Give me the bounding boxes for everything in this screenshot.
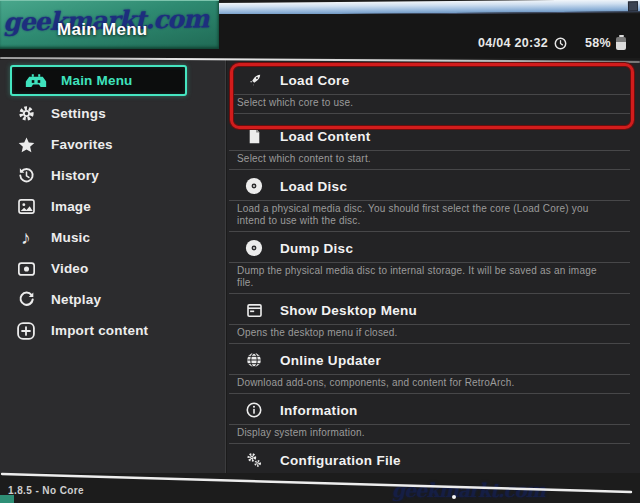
sidebar-item-netplay[interactable]: Netplay xyxy=(0,284,225,315)
image-icon xyxy=(14,199,38,214)
gear-icon xyxy=(14,105,38,122)
footer-bar: 1.8.5 - No Core geekmarkt.com xyxy=(0,473,640,503)
entry-sublabel: Display system information. xyxy=(229,424,630,444)
netplay-icon xyxy=(14,291,38,308)
menu-entry: Configuration File xyxy=(229,446,636,474)
sidebar-item-label: Video xyxy=(51,261,89,276)
import-icon xyxy=(14,322,38,340)
sidebar-item-music[interactable]: ♪ Music xyxy=(0,222,225,253)
sidebar-item-video[interactable]: Video xyxy=(0,253,225,284)
datetime-label: 04/04 20:32 xyxy=(478,36,548,50)
sidebar-item-image[interactable]: Image xyxy=(0,191,225,222)
entry-sublabel: Select which core to use. xyxy=(229,94,630,114)
globe-icon xyxy=(243,352,265,368)
sidebar-item-import-content[interactable]: Import content xyxy=(0,315,225,346)
battery-percent-label: 58% xyxy=(585,36,611,50)
window-icon xyxy=(243,304,265,317)
window-control-button[interactable] xyxy=(628,1,638,11)
menu-entry: Online Updater Download add-ons, compone… xyxy=(229,346,636,394)
sidebar-item-label: Settings xyxy=(51,106,106,121)
star-icon xyxy=(14,137,38,153)
sidebar: Main Menu Settings Favorites History Ima… xyxy=(0,60,226,473)
battery-icon xyxy=(616,37,626,50)
menu-entry: Load Core Select which core to use. xyxy=(229,66,636,122)
entry-load-disc[interactable]: Load Disc xyxy=(229,172,636,200)
info-icon xyxy=(243,402,265,418)
entry-show-desktop-menu[interactable]: Show Desktop Menu xyxy=(229,296,636,324)
menu-entry: Dump Disc Dump the physical media disc t… xyxy=(229,234,636,294)
entry-label: Dump Disc xyxy=(280,241,353,256)
disc-icon xyxy=(243,177,265,195)
sidebar-item-label: Image xyxy=(51,199,91,214)
entry-sublabel: Dump the physical media disc to internal… xyxy=(229,262,630,294)
menu-entry-list: Load Core Select which core to use. Load… xyxy=(227,60,640,473)
entry-label: Online Updater xyxy=(280,353,381,368)
entry-configuration-file[interactable]: Configuration File xyxy=(229,446,636,474)
clock-icon xyxy=(554,37,567,50)
sidebar-item-label: Main Menu xyxy=(61,73,133,88)
watermark-text-bottom: geekmarkt.com xyxy=(392,479,545,501)
file-icon xyxy=(243,128,265,144)
entry-dump-disc[interactable]: Dump Disc xyxy=(229,234,636,262)
entry-label: Show Desktop Menu xyxy=(280,303,417,318)
sidebar-item-label: Music xyxy=(51,230,90,245)
entry-sublabel: Opens the desktop menu if closed. xyxy=(229,324,630,344)
page-title: Main Menu xyxy=(57,20,148,40)
entry-label: Load Content xyxy=(280,129,371,144)
entry-sublabel: Download add-ons, components, and conten… xyxy=(229,374,630,394)
sidebar-item-label: Netplay xyxy=(51,292,101,307)
retroarch-icon xyxy=(24,74,48,88)
entry-label: Load Disc xyxy=(280,179,347,194)
disc-icon xyxy=(243,239,265,257)
sidebar-item-label: Import content xyxy=(51,323,148,338)
music-icon: ♪ xyxy=(14,228,38,247)
entry-load-core[interactable]: Load Core xyxy=(229,66,636,94)
entry-information[interactable]: Information xyxy=(229,396,636,424)
sidebar-item-label: History xyxy=(51,168,99,183)
sidebar-item-history[interactable]: History xyxy=(0,160,225,191)
corner-watermark-chip xyxy=(0,495,14,503)
rocket-icon xyxy=(243,73,265,88)
video-icon xyxy=(14,262,38,276)
retroarch-window: 04/04 20:32 58% geekmarkt.com Main Menu … xyxy=(0,0,640,503)
sidebar-item-favorites[interactable]: Favorites xyxy=(0,129,225,160)
menu-entry: Information Display system information. xyxy=(229,396,636,444)
status-cluster: 04/04 20:32 58% xyxy=(478,36,626,50)
history-icon xyxy=(14,167,38,184)
battery-group: 58% xyxy=(585,36,626,50)
entry-sublabel: Select which content to start. xyxy=(229,150,630,170)
entry-sublabel: Load a physical media disc. You should f… xyxy=(229,200,630,232)
sidebar-item-main-menu[interactable]: Main Menu xyxy=(10,65,187,96)
entry-label: Load Core xyxy=(280,73,349,88)
watermark-dot xyxy=(452,495,456,499)
gears-icon xyxy=(243,452,265,468)
entry-load-content[interactable]: Load Content xyxy=(229,122,636,150)
version-status-label: 1.8.5 - No Core xyxy=(8,485,84,496)
entry-label: Information xyxy=(280,403,358,418)
menu-entry: Load Disc Load a physical media disc. Yo… xyxy=(229,172,636,232)
entry-label: Configuration File xyxy=(280,453,401,468)
menu-entry: Load Content Select which content to sta… xyxy=(229,122,636,170)
sidebar-item-label: Favorites xyxy=(51,137,113,152)
sidebar-item-settings[interactable]: Settings xyxy=(0,98,225,129)
menu-entry: Show Desktop Menu Opens the desktop menu… xyxy=(229,296,636,344)
entry-online-updater[interactable]: Online Updater xyxy=(229,346,636,374)
